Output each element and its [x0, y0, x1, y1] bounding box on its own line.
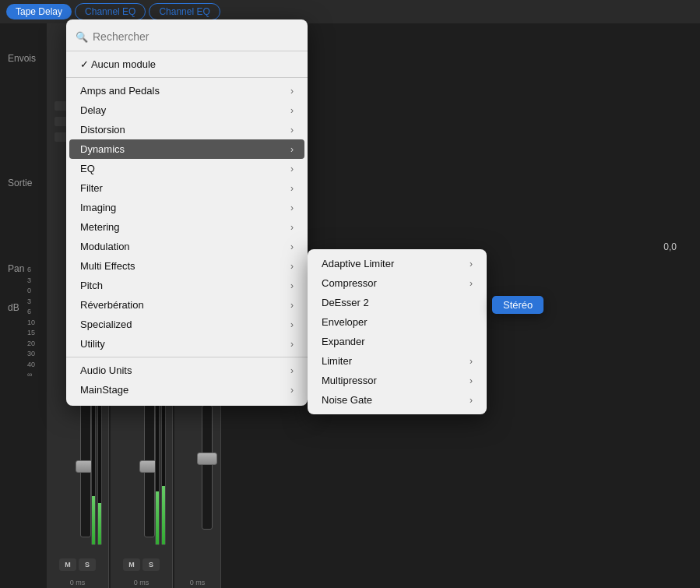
arrow-icon-compressor: › [470, 278, 473, 289]
channel-2-meters [155, 405, 166, 545]
arrow-icon-limiter: › [470, 356, 473, 367]
channel-2-fader-track[interactable] [144, 397, 155, 537]
channel-1-solo[interactable]: S [79, 558, 96, 571]
channel-2-fader-section [126, 389, 173, 545]
menu-separator-1 [66, 51, 308, 51]
submenu-item-expander[interactable]: Expander [311, 332, 484, 351]
meter-scale: 6 3 0 3 6 10 15 20 30 40 ∞ [27, 265, 35, 381]
submenu-item-adaptive[interactable]: Adaptive Limiter › [311, 254, 484, 273]
channel-3-fader-track[interactable] [202, 405, 213, 530]
arrow-icon-pitch: › [290, 280, 294, 291]
submenu-item-deesser[interactable]: DeEsser 2 [311, 293, 484, 312]
submenu-deesser-label: DeEsser 2 [322, 297, 369, 308]
channel-3-fader-handle[interactable] [197, 452, 217, 465]
menu-item-multieffects-label: Multi Effects [80, 260, 135, 272]
submenu-compressor-label: Compressor [322, 277, 377, 289]
label-db: dB [0, 296, 47, 319]
menu-item-eq-label: EQ [80, 163, 95, 174]
menu-item-modulation[interactable]: Modulation › [69, 237, 304, 256]
arrow-icon-adaptive: › [470, 259, 473, 269]
channel-1-mute[interactable]: M [59, 558, 76, 571]
arrow-icon-mainstage: › [290, 385, 294, 396]
channel-2-time: 0 ms [134, 579, 149, 586]
channel-1-meters [91, 405, 102, 545]
menu-item-eq[interactable]: EQ › [69, 159, 304, 178]
arrow-icon-distorsion: › [290, 125, 294, 136]
no-module-label: ✓ Aucun module [80, 58, 156, 70]
menu-divider-2 [66, 357, 308, 357]
menu-item-amps-label: Amps and Pedals [80, 85, 160, 97]
channel-3-time: 0 ms [190, 579, 206, 586]
submenu-item-compressor[interactable]: Compressor › [311, 273, 484, 293]
label-envois: Envois [0, 47, 47, 70]
arrow-icon-metering: › [290, 222, 294, 233]
menu-item-utility[interactable]: Utility › [69, 334, 304, 354]
arrow-icon-multipressor: › [470, 375, 473, 386]
menu-item-metering[interactable]: Metering › [69, 217, 304, 237]
stereo-option[interactable]: Stéréo [492, 296, 543, 314]
submenu-limiter-label: Limiter [322, 355, 352, 367]
submenu-item-enveloper[interactable]: Enveloper [311, 312, 484, 332]
arrow-icon-reverb: › [290, 300, 294, 311]
menu-item-imaging[interactable]: Imaging › [69, 198, 304, 217]
tab-channel-eq-1[interactable]: Channel EQ [75, 3, 146, 20]
arrow-icon-delay: › [290, 105, 294, 116]
submenu-multipressor-label: Multipressor [322, 375, 377, 386]
plugin-dropdown-menu: 🔍 ✓ Aucun module Amps and Pedals › Delay… [66, 19, 308, 406]
menu-item-pitch[interactable]: Pitch › [69, 276, 304, 295]
menu-item-multieffects[interactable]: Multi Effects › [69, 256, 304, 276]
no-module-item[interactable]: ✓ Aucun module [69, 55, 304, 74]
menu-item-dynamics[interactable]: Dynamics › [69, 139, 304, 159]
arrow-icon-multieffects: › [290, 261, 294, 272]
menu-item-filter[interactable]: Filter › [69, 178, 304, 198]
search-icon: 🔍 [76, 31, 88, 43]
channel-2-mute[interactable]: M [123, 558, 140, 571]
arrow-icon-specialized: › [290, 319, 294, 330]
submenu-item-limiter[interactable]: Limiter › [311, 351, 484, 371]
compressor-submenu: Stéréo [489, 296, 547, 314]
menu-item-utility-label: Utility [80, 338, 105, 350]
channel-1-time: 0 ms [70, 579, 86, 586]
menu-item-specialized[interactable]: Specialized › [69, 315, 304, 334]
menu-item-mainstage[interactable]: MainStage › [69, 380, 304, 400]
arrow-icon-amps: › [290, 86, 294, 97]
channel-2-solo[interactable]: S [142, 558, 160, 571]
label-sortie: Sortie [0, 171, 47, 195]
submenu-noisegate-label: Noise Gate [322, 394, 372, 406]
menu-item-reverb[interactable]: Réverbération › [69, 295, 304, 315]
search-bar: 🔍 [66, 26, 308, 51]
menu-item-metering-label: Metering [80, 221, 120, 233]
menu-divider-1 [66, 77, 308, 78]
menu-item-reverb-label: Réverbération [80, 299, 144, 311]
menu-item-specialized-label: Specialized [80, 319, 132, 330]
search-input[interactable] [93, 30, 298, 43]
menu-item-distorsion[interactable]: Distorsion › [69, 120, 304, 139]
tab-tape-delay[interactable]: Tape Delay [6, 4, 72, 19]
menu-item-imaging-label: Imaging [80, 202, 116, 213]
arrow-icon-noisegate: › [470, 395, 473, 406]
channel-1-fader-track[interactable] [80, 397, 91, 537]
submenu-item-noisegate[interactable]: Noise Gate › [311, 390, 484, 410]
tab-channel-eq-2[interactable]: Channel EQ [149, 3, 220, 20]
channel-1-buttons: M S [59, 558, 96, 571]
submenu-expander-label: Expander [322, 336, 365, 347]
menu-item-delay[interactable]: Delay › [69, 100, 304, 120]
arrow-icon-dynamics: › [290, 144, 294, 155]
arrow-icon-filter: › [290, 183, 294, 194]
menu-item-audiounits-label: Audio Units [80, 364, 132, 376]
arrow-icon-modulation: › [290, 241, 294, 252]
submenu-enveloper-label: Enveloper [322, 316, 368, 328]
menu-item-amps[interactable]: Amps and Pedals › [69, 81, 304, 100]
menu-item-distorsion-label: Distorsion [80, 124, 125, 136]
menu-item-filter-label: Filter [80, 182, 103, 194]
menu-item-dynamics-label: Dynamics [80, 143, 125, 155]
arrow-icon-imaging: › [290, 202, 294, 213]
side-labels: Envois Sortie Pan dB [0, 23, 47, 319]
submenu-item-multipressor[interactable]: Multipressor › [311, 371, 484, 390]
menu-item-mainstage-label: MainStage [80, 384, 128, 396]
dynamics-submenu: Adaptive Limiter › Compressor › DeEsser … [308, 249, 487, 414]
arrow-icon-utility: › [290, 339, 294, 350]
menu-item-audiounits[interactable]: Audio Units › [69, 361, 304, 380]
menu-item-delay-label: Delay [80, 104, 106, 116]
channel-2-buttons: M S [123, 558, 160, 571]
